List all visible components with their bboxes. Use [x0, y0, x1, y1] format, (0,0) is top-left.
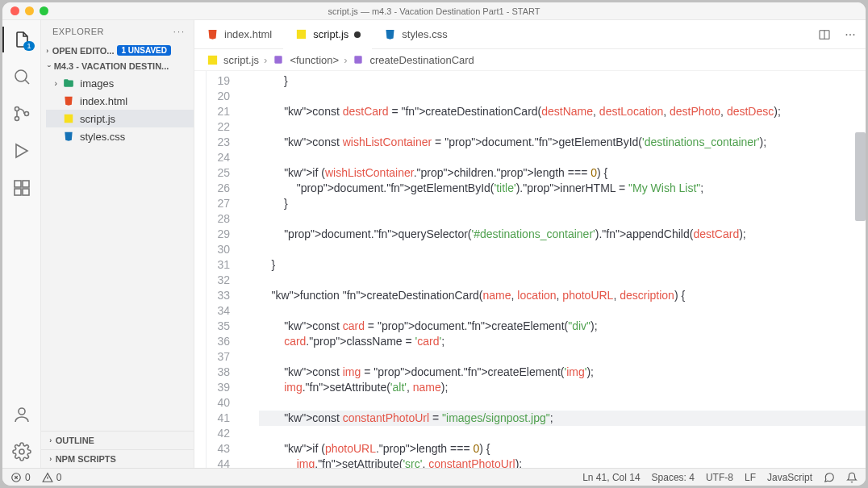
js-file-icon — [206, 53, 219, 66]
code-line[interactable] — [259, 303, 866, 319]
code-line[interactable]: "kw">const wishListContainer = "prop">do… — [259, 135, 866, 150]
breadcrumb-file[interactable]: script.js — [223, 54, 259, 66]
chevron-right-icon: › — [344, 54, 347, 66]
svg-point-1 — [15, 107, 19, 111]
method-icon — [352, 53, 365, 66]
tree-label: index.html — [80, 95, 127, 107]
code-line[interactable]: img."fn">setAttribute('src', constantPho… — [259, 457, 866, 468]
code-line[interactable] — [259, 150, 866, 165]
code-line[interactable]: img."fn">setAttribute('alt', name); — [259, 380, 866, 395]
code-line[interactable]: "kw">const constantPhotoUrl = "images/si… — [259, 411, 866, 426]
code-line[interactable] — [259, 426, 866, 441]
outline-label: OUTLINE — [56, 436, 94, 445]
svg-rect-10 — [65, 115, 73, 123]
tree-file-styles[interactable]: styles.css — [46, 127, 194, 145]
code-line[interactable]: } — [259, 196, 866, 211]
errors-icon[interactable]: 0 — [10, 472, 31, 483]
open-editors-section[interactable]: › OPEN EDITO... 1 UNSAVED — [41, 43, 194, 58]
breadcrumb-func[interactable]: <function> — [290, 54, 339, 66]
tree-file-index[interactable]: index.html — [46, 92, 194, 110]
html-file-icon — [206, 28, 219, 41]
tree-file-script[interactable]: script.js — [46, 110, 194, 127]
code-editor[interactable]: 1920212223242526272829303132333435363738… — [194, 71, 866, 468]
unsaved-badge: 1 UNSAVED — [117, 45, 171, 56]
code-line[interactable] — [259, 395, 866, 411]
function-icon — [272, 53, 285, 66]
code-line[interactable]: "kw">if (photoURL."prop">length === 0) { — [259, 441, 866, 457]
code-line[interactable]: "kw">if (wishListContainer."prop">childr… — [259, 165, 866, 181]
svg-rect-4 — [15, 181, 21, 187]
warning-count: 0 — [56, 472, 62, 483]
breadcrumb[interactable]: script.js › <function> › createDestinati… — [194, 49, 866, 71]
code-line[interactable] — [259, 211, 866, 227]
modified-dot-icon — [354, 31, 361, 38]
indent-guide — [206, 71, 207, 468]
warnings-icon[interactable]: 0 — [42, 472, 62, 483]
sidebar-more-icon[interactable]: ··· — [173, 27, 186, 36]
code-line[interactable]: "prop">document."fn">querySelector('#des… — [259, 227, 866, 242]
tab-label: script.js — [313, 28, 348, 40]
folder-icon — [62, 77, 75, 90]
tree-folder-images[interactable]: › images — [46, 74, 194, 92]
js-file-icon — [294, 28, 307, 41]
npm-section[interactable]: › NPM SCRIPTS — [41, 449, 194, 468]
minimap-scrollbar[interactable] — [854, 71, 866, 468]
code-line[interactable]: "kw">const img = "prop">document."fn">cr… — [259, 365, 866, 380]
language-mode[interactable]: JavaScript — [767, 472, 812, 483]
chevron-right-icon: › — [49, 455, 52, 463]
scrollbar-thumb[interactable] — [855, 132, 866, 221]
extensions-icon[interactable] — [12, 178, 31, 198]
svg-rect-7 — [23, 181, 29, 187]
split-editor-icon[interactable] — [814, 24, 835, 45]
tab-script[interactable]: script.js — [283, 20, 372, 48]
svg-point-2 — [15, 117, 19, 121]
html-file-icon — [62, 94, 75, 107]
chevron-right-icon: › — [46, 47, 48, 55]
svg-rect-14 — [275, 56, 282, 63]
explorer-badge: 1 — [23, 41, 34, 51]
tab-more-icon[interactable]: ··· — [840, 24, 861, 45]
outline-section[interactable]: › OUTLINE — [41, 431, 194, 449]
window-title: script.js — m4.3 - Vacation Destination … — [2, 6, 866, 16]
breadcrumb-symbol[interactable]: createDestinationCard — [369, 54, 474, 66]
code-line[interactable]: "kw">const destCard = "fn">createDestina… — [259, 104, 866, 119]
cursor-position[interactable]: Ln 41, Col 14 — [582, 472, 640, 483]
tab-styles[interactable]: styles.css — [372, 20, 458, 48]
encoding[interactable]: UTF-8 — [706, 472, 733, 483]
code-line[interactable]: "kw">function "fn">createDestinationCard… — [259, 288, 866, 303]
eol[interactable]: LF — [745, 472, 756, 483]
code-line[interactable] — [259, 273, 866, 288]
code-line[interactable] — [259, 89, 866, 104]
code-line[interactable]: "kw">const card = "prop">document."fn">c… — [259, 319, 866, 334]
svg-point-9 — [19, 449, 24, 454]
folder-header[interactable]: › M4.3 - VACATION DESTIN... — [41, 58, 194, 74]
bell-icon[interactable] — [846, 472, 858, 483]
code-line[interactable]: card."prop">className = 'card'; — [259, 334, 866, 349]
explorer-icon[interactable]: 1 — [12, 30, 31, 49]
tree-label: script.js — [80, 113, 115, 125]
npm-label: NPM SCRIPTS — [56, 454, 116, 464]
feedback-icon[interactable] — [824, 472, 835, 483]
code-line[interactable] — [259, 242, 866, 257]
code-line[interactable] — [259, 349, 866, 365]
svg-point-3 — [24, 112, 28, 116]
settings-gear-icon[interactable] — [12, 442, 31, 461]
chevron-right-icon: › — [264, 54, 267, 66]
code-content[interactable]: } "kw">const destCard = "fn">createDesti… — [238, 71, 866, 468]
svg-point-8 — [19, 408, 25, 415]
svg-rect-6 — [23, 189, 29, 195]
sidebar-title: EXPLORER — [52, 27, 104, 36]
indent-setting[interactable]: Spaces: 4 — [652, 472, 695, 483]
error-count: 0 — [25, 472, 31, 483]
account-icon[interactable] — [12, 405, 31, 424]
search-icon[interactable] — [12, 67, 31, 86]
gutter: 1920212223242526272829303132333435363738… — [194, 71, 238, 468]
code-line[interactable]: } — [259, 257, 866, 273]
run-debug-icon[interactable] — [12, 141, 31, 161]
file-tree: › images index.html script.js styles.css — [41, 74, 194, 145]
code-line[interactable]: "prop">document."fn">getElementById('tit… — [259, 181, 866, 196]
tab-index[interactable]: index.html — [194, 20, 283, 48]
source-control-icon[interactable] — [12, 104, 31, 123]
code-line[interactable]: } — [259, 73, 866, 89]
code-line[interactable] — [259, 119, 866, 135]
